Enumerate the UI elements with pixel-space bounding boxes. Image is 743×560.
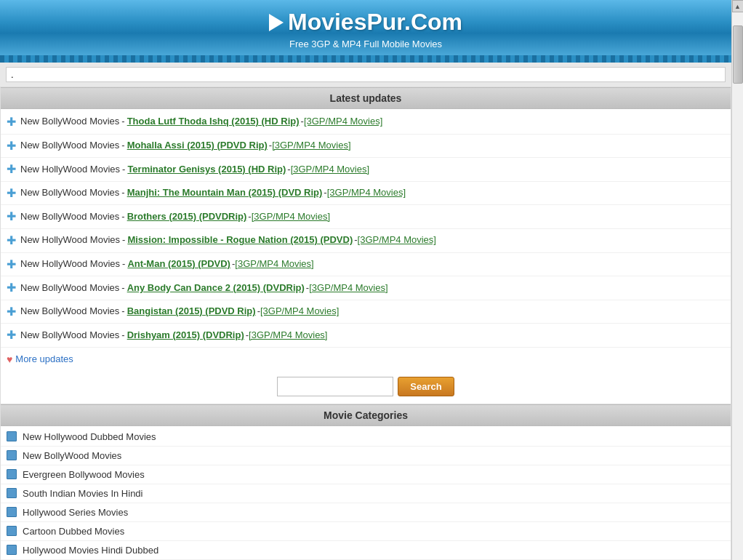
- movie-link[interactable]: Any Body Can Dance 2 (2015) (DVDRip): [127, 281, 305, 296]
- movie-link[interactable]: Brothers (2015) (PDVDRip): [127, 209, 247, 225]
- category-label: New BollyWood Movies: [20, 138, 119, 153]
- categories-list: New Hollywood Dubbed Movies New BollyWoo…: [1, 426, 731, 560]
- list-item[interactable]: ✚ New BollyWood Movies - Mohalla Assi (2…: [1, 135, 731, 159]
- category-icon: [7, 488, 17, 498]
- format-link[interactable]: [3GP/MP4 Movies]: [249, 328, 327, 343]
- category-label: New BollyWood Movies: [20, 209, 119, 225]
- site-subtitle: Free 3GP & MP4 Full Mobile Movies: [0, 39, 731, 49]
- play-icon: [269, 14, 284, 31]
- movie-link[interactable]: Ant-Man (2015) (PDVD): [127, 257, 230, 272]
- site-header: MoviesPur.Com Free 3GP & MP4 Full Mobile…: [0, 0, 731, 55]
- category-label: New BollyWood Movies: [20, 328, 119, 343]
- list-item[interactable]: ✚ New BollyWood Movies - Any Body Can Da…: [1, 276, 731, 300]
- top-search-input[interactable]: [11, 69, 720, 80]
- logo[interactable]: MoviesPur.Com: [0, 9, 731, 36]
- list-item[interactable]: Cartoon Dubbed Movies: [1, 522, 731, 541]
- format-link[interactable]: [3GP/MP4 Movies]: [235, 257, 313, 272]
- plus-icon: ✚: [7, 160, 16, 179]
- category-link[interactable]: Hollywood Movies Hindi Dubbed: [23, 545, 158, 556]
- format-link[interactable]: [3GP/MP4 Movies]: [327, 185, 406, 201]
- list-item[interactable]: Evergreen Bollywood Movies: [1, 465, 731, 484]
- plus-icon: ✚: [7, 113, 16, 132]
- list-item[interactable]: Hollywood Movies Hindi Dubbed: [1, 541, 731, 560]
- plus-icon: ✚: [7, 137, 16, 156]
- list-item[interactable]: ✚ New BollyWood Movies - Thoda Lutf Thod…: [1, 111, 731, 135]
- category-link[interactable]: South Indian Movies In Hindi: [23, 488, 142, 499]
- category-icon: [7, 431, 17, 441]
- more-updates-link[interactable]: More updates: [15, 353, 73, 364]
- category-label: New BollyWood Movies: [20, 304, 119, 319]
- movie-categories-header: Movie Categories: [1, 404, 731, 426]
- category-label: New HollyWood Movies: [20, 162, 120, 177]
- list-item[interactable]: ✚ New HollyWood Movies - Terminator Geni…: [1, 158, 731, 182]
- scrollbar-thumb[interactable]: [733, 25, 743, 84]
- updates-list: ✚ New BollyWood Movies - Thoda Lutf Thod…: [1, 109, 731, 349]
- category-icon: [7, 469, 17, 479]
- movie-link[interactable]: Drishyam (2015) (DVDRip): [127, 328, 244, 343]
- plus-icon: ✚: [7, 255, 16, 274]
- category-link[interactable]: New BollyWood Movies: [23, 450, 121, 461]
- category-link[interactable]: Evergreen Bollywood Movies: [23, 469, 145, 480]
- plus-icon: ✚: [7, 184, 16, 203]
- top-search-bar: [6, 67, 726, 82]
- category-icon: [7, 507, 17, 517]
- movie-link[interactable]: Mission: Impossible - Rogue Nation (2015…: [127, 233, 353, 248]
- list-item[interactable]: ✚ New BollyWood Movies - Bangistan (2015…: [1, 300, 731, 324]
- plus-icon: ✚: [7, 207, 16, 226]
- movie-link[interactable]: Manjhi: The Mountain Man (2015) (DVD Rip…: [127, 185, 323, 201]
- category-link[interactable]: New Hollywood Dubbed Movies: [23, 431, 156, 442]
- category-icon: [7, 450, 17, 460]
- category-label: New BollyWood Movies: [20, 114, 119, 129]
- format-link[interactable]: [3GP/MP4 Movies]: [260, 304, 339, 319]
- movie-link[interactable]: Mohalla Assi (2015) (PDVD Rip): [127, 138, 268, 153]
- list-item[interactable]: South Indian Movies In Hindi: [1, 484, 731, 503]
- format-link[interactable]: [3GP/MP4 Movies]: [272, 138, 350, 153]
- list-item[interactable]: ✚ New BollyWood Movies - Drishyam (2015)…: [1, 324, 731, 348]
- plus-icon: ✚: [7, 231, 16, 250]
- site-title: MoviesPur.Com: [288, 9, 462, 36]
- more-updates[interactable]: ♥ More updates: [1, 349, 731, 369]
- list-item[interactable]: Hollywood Series Movies: [1, 503, 731, 522]
- movie-link[interactable]: Thoda Lutf Thoda Ishq (2015) (HD Rip): [127, 114, 300, 129]
- list-item[interactable]: New BollyWood Movies: [1, 447, 731, 465]
- category-icon: [7, 545, 17, 555]
- scroll-up-arrow[interactable]: ▲: [732, 0, 744, 12]
- format-link[interactable]: [3GP/MP4 Movies]: [309, 281, 387, 296]
- list-item[interactable]: New Hollywood Dubbed Movies: [1, 428, 731, 447]
- category-label: New BollyWood Movies: [20, 185, 119, 201]
- category-icon: [7, 526, 17, 536]
- format-link[interactable]: [3GP/MP4 Movies]: [304, 114, 382, 129]
- category-label: New HollyWood Movies: [20, 233, 120, 248]
- format-link[interactable]: [3GP/MP4 Movies]: [291, 162, 369, 177]
- latest-updates-header: Latest updates: [1, 87, 731, 109]
- scrollbar[interactable]: ▲ ▼: [731, 0, 743, 560]
- category-label: New BollyWood Movies: [20, 281, 119, 296]
- search-input[interactable]: [277, 377, 393, 396]
- heart-icon: ♥: [7, 353, 12, 365]
- plus-icon: ✚: [7, 326, 16, 345]
- list-item[interactable]: ✚ New HollyWood Movies - Ant-Man (2015) …: [1, 253, 731, 277]
- search-button[interactable]: Search: [398, 377, 454, 396]
- plus-icon: ✚: [7, 279, 16, 297]
- plus-icon: ✚: [7, 303, 16, 321]
- movie-link[interactable]: Bangistan (2015) (PDVD Rip): [127, 304, 256, 319]
- list-item[interactable]: ✚ New BollyWood Movies - Brothers (2015)…: [1, 205, 731, 229]
- format-link[interactable]: [3GP/MP4 Movies]: [252, 209, 330, 225]
- wave-divider: [0, 55, 731, 63]
- format-link[interactable]: [3GP/MP4 Movies]: [358, 233, 436, 248]
- search-section: Search: [1, 369, 731, 404]
- movie-link[interactable]: Terminator Genisys (2015) (HD Rip): [127, 162, 286, 177]
- list-item[interactable]: ✚ New BollyWood Movies - Manjhi: The Mou…: [1, 182, 731, 206]
- category-link[interactable]: Cartoon Dubbed Movies: [23, 526, 124, 537]
- category-label: New HollyWood Movies: [20, 257, 120, 272]
- category-link[interactable]: Hollywood Series Movies: [23, 507, 128, 518]
- list-item[interactable]: ✚ New HollyWood Movies - Mission: Imposs…: [1, 229, 731, 253]
- main-content: Latest updates ✚ New BollyWood Movies - …: [0, 87, 731, 560]
